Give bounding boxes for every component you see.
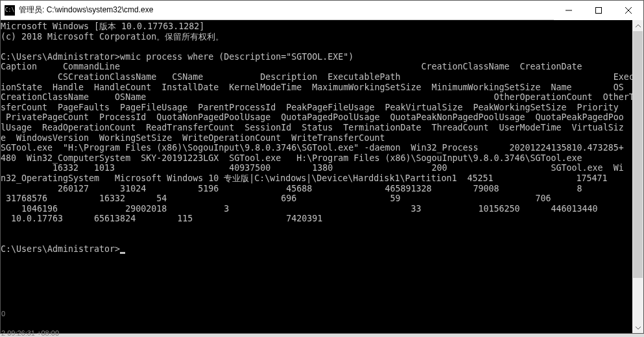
scrollbar-down-button[interactable] xyxy=(632,322,643,333)
bg-status-1: 0 xyxy=(1,310,5,318)
chevron-down-icon xyxy=(635,326,641,330)
cmd-window: C:\ 管理员: C:\windows\system32\cmd.exe Mic… xyxy=(0,0,644,334)
bg-status-2: 2 09:26:31 +08:00 xyxy=(1,329,59,337)
out-line: e WindowsVersion WorkingSetSize WriteOpe… xyxy=(1,133,385,143)
prompt: C:\Users\Administrator> xyxy=(1,244,120,254)
out-line: ionState Handle HandleCount InstallDate … xyxy=(1,82,624,92)
out-line: 16332 1013 40937500 1380 200 SGTool.exe … xyxy=(1,163,624,173)
out-line: Caption CommandLine CreationClassName Cr… xyxy=(1,62,582,71)
titlebar-buttons xyxy=(554,1,643,19)
out-line: C:\Users\Administrator>wmic process wher… xyxy=(1,52,353,62)
terminal-output[interactable]: Microsoft Windows [版本 10.0.17763.1282] (… xyxy=(1,20,632,333)
svg-rect-1 xyxy=(596,8,602,14)
out-line: 31768576 16332 54 696 59 706 xyxy=(1,193,551,203)
minimize-icon xyxy=(566,7,572,14)
chevron-up-icon xyxy=(635,24,641,28)
out-line: n32_OperatingSystem Microsoft Windows 10… xyxy=(1,173,608,183)
close-icon xyxy=(625,7,632,14)
out-line: (c) 2018 Microsoft Corporation。保留所有权利。 xyxy=(1,32,224,42)
out-line: CSCreationClassName CSName Description E… xyxy=(1,72,632,82)
minimize-button[interactable] xyxy=(554,1,584,20)
cursor xyxy=(120,252,125,254)
scrollbar-up-button[interactable] xyxy=(632,20,643,31)
out-line: 1046196 29002018 3 33 10156250 446013440 xyxy=(1,204,598,214)
scrollbar-thumb[interactable] xyxy=(633,31,643,278)
out-line: 480 Win32_ComputerSystem SKY-20191223LGX… xyxy=(1,153,582,163)
window-title: 管理员: C:\windows\system32\cmd.exe xyxy=(19,5,554,16)
cmd-icon: C:\ xyxy=(5,5,15,16)
out-line: PrivatePageCount ProcessId QuotaNonPaged… xyxy=(1,112,624,122)
out-line: 260127 31024 5196 45688 465891328 79008 … xyxy=(1,184,582,193)
scrollbar[interactable] xyxy=(632,20,643,333)
maximize-button[interactable] xyxy=(584,1,614,20)
maximize-icon xyxy=(595,7,602,14)
out-line: SGTool.exe "H:\Program Files (x86)\Sogou… xyxy=(1,143,624,153)
out-line: 10.0.17763 65613824 115 7420391 xyxy=(1,214,322,223)
out-line: sferCount PageFaults PageFileUsage Paren… xyxy=(1,103,624,112)
close-button[interactable] xyxy=(614,1,643,20)
out-line: Microsoft Windows [版本 10.0.17763.1282] xyxy=(1,21,204,31)
titlebar[interactable]: C:\ 管理员: C:\windows\system32\cmd.exe xyxy=(1,1,643,20)
out-line: lUsage ReadOperationCount ReadTransferCo… xyxy=(1,123,624,132)
out-line: CreationClassName OSName OtherOperationC… xyxy=(1,92,632,102)
